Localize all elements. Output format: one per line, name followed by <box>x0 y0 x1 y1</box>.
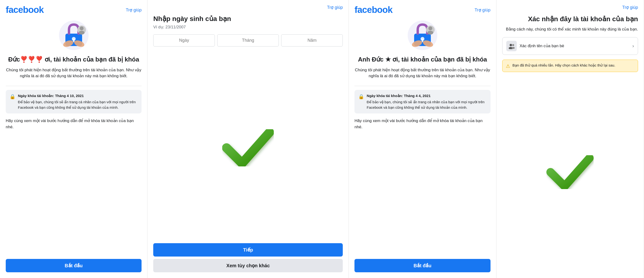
panel-birthday: Trợ giúp Nhập ngày sinh của bạn Ví dụ: 2… <box>148 0 349 278</box>
lock-icon-3: 🔒 <box>358 94 364 99</box>
svg-rect-12 <box>422 39 423 42</box>
panel3-notice-title: Ngày khóa tài khoản: Tháng 4 4, 2021 <box>367 93 486 99</box>
panel1-notice-text: Ngày khóa tài khoản: Tháng 4 10, 2021 Để… <box>18 93 138 110</box>
panel1-notice-body: Để bảo vệ bạn, chúng tôi sẽ ẩn trang cá … <box>18 100 136 109</box>
verify-option-friends[interactable]: Xác định tên của bạn bè › <box>502 37 638 55</box>
panel3-header: facebook Trợ giúp <box>354 5 490 15</box>
panel1-bottom-buttons: Bắt đầu <box>6 259 142 272</box>
panel1-description: Chúng tôi phát hiện hoạt động bất thường… <box>6 67 142 79</box>
help-link-4[interactable]: Trợ giúp <box>622 5 638 10</box>
divider-3 <box>354 86 490 86</box>
panel2-header: Trợ giúp <box>153 5 343 10</box>
verify-option-left: Xác định tên của bạn bè <box>506 41 564 51</box>
help-link-3[interactable]: Trợ giúp <box>474 7 490 13</box>
svg-point-8 <box>79 31 84 34</box>
svg-rect-3 <box>73 39 74 42</box>
panel3-title: Anh Đức ★ ơi, tài khoản của bạn đã bị kh… <box>354 55 490 64</box>
panel3-notice-body: Để bảo vệ bạn, chúng tôi sẽ ẩn trang cá … <box>367 100 484 109</box>
panel2-next-button[interactable]: Tiếp <box>153 243 343 257</box>
warning-box: ⚠ Bạn đã thử quá nhiều lần. Hãy chọn các… <box>502 60 638 72</box>
panel-locked-account-1: facebook Trợ giúp <box>0 0 148 278</box>
panel3-lock-notice: 🔒 Ngày khóa tài khoản: Tháng 4 4, 2021 Đ… <box>354 90 490 114</box>
panel3-bottom-buttons: Bắt đầu <box>354 259 490 272</box>
verify-option-label: Xác định tên của bạn bè <box>520 43 564 48</box>
panel2-title: Nhập ngày sinh của bạn <box>153 15 343 23</box>
checkmark-icon <box>222 122 274 174</box>
chevron-right-icon: › <box>632 43 634 49</box>
day-input[interactable] <box>153 34 215 46</box>
panel-verify-account: Trợ giúp Xác nhận đây là tài khoản của b… <box>496 0 644 278</box>
lock-illustration-3 <box>407 20 438 51</box>
panel1-lock-notice: 🔒 Ngày khóa tài khoản: Tháng 4 10, 2021 … <box>6 90 142 114</box>
month-input[interactable] <box>217 34 279 46</box>
panel1-start-button[interactable]: Bắt đầu <box>6 259 142 272</box>
panel1-notice-title: Ngày khóa tài khoản: Tháng 4 10, 2021 <box>18 93 138 99</box>
svg-point-20 <box>512 44 514 46</box>
panel3-description: Chúng tôi phát hiện hoạt động bất thường… <box>354 67 490 79</box>
panel3-start-button[interactable]: Bắt đầu <box>354 259 490 272</box>
panel1-header: facebook Trợ giúp <box>6 5 142 15</box>
checkmark-container-4 <box>502 72 638 272</box>
svg-point-7 <box>80 26 84 30</box>
panel2-bottom-buttons: Tiếp Xem tùy chọn khác <box>153 243 343 272</box>
panel1-guide-text: Hãy cùng xem một vài bước hướng dẫn để m… <box>6 118 142 130</box>
panel4-title: Xác nhận đây là tài khoản của bạn <box>502 15 638 23</box>
panel-locked-account-3: facebook Trợ giúp Anh Đức ★ ơi, tài khoả… <box>349 0 496 278</box>
help-link-1[interactable]: Trợ giúp <box>126 7 142 13</box>
panel1-content: Đức❣️❣️❣️ ơi, tài khoản của bạn đã bị kh… <box>6 20 142 272</box>
svg-point-16 <box>428 26 432 30</box>
panel1-title: Đức❣️❣️❣️ ơi, tài khoản của bạn đã bị kh… <box>6 55 142 64</box>
divider-1 <box>6 86 142 86</box>
help-link-2[interactable]: Trợ giúp <box>327 5 343 10</box>
lock-icon-1: 🔒 <box>10 94 16 99</box>
panel2-example: Ví dụ: 23/11/2007 <box>153 24 343 29</box>
people-icon <box>508 43 515 49</box>
facebook-logo-1: facebook <box>6 5 44 15</box>
warning-icon: ⚠ <box>506 63 510 69</box>
svg-point-17 <box>428 31 433 34</box>
panel3-content: Anh Đức ★ ơi, tài khoản của bạn đã bị kh… <box>354 20 490 272</box>
year-input[interactable] <box>281 34 343 46</box>
panel3-notice-text: Ngày khóa tài khoản: Tháng 4 4, 2021 Để … <box>367 93 486 110</box>
checkmark-container <box>153 52 343 243</box>
lock-illustration-1 <box>58 20 89 51</box>
facebook-logo-3: facebook <box>354 5 392 15</box>
checkmark-icon-4 <box>546 148 594 196</box>
svg-point-18 <box>510 44 512 46</box>
panel4-description: Bằng cách này, chúng tôi có thể xác minh… <box>502 26 638 32</box>
panel4-header: Trợ giúp <box>502 5 638 10</box>
date-inputs <box>153 34 343 46</box>
panel3-guide-text: Hãy cùng xem một vài bước hướng dẫn để m… <box>354 118 490 130</box>
warning-text: Bạn đã thử quá nhiều lần. Hãy chọn cách … <box>512 63 615 68</box>
friends-icon-box <box>506 41 517 51</box>
panel2-other-button[interactable]: Xem tùy chọn khác <box>153 259 343 272</box>
